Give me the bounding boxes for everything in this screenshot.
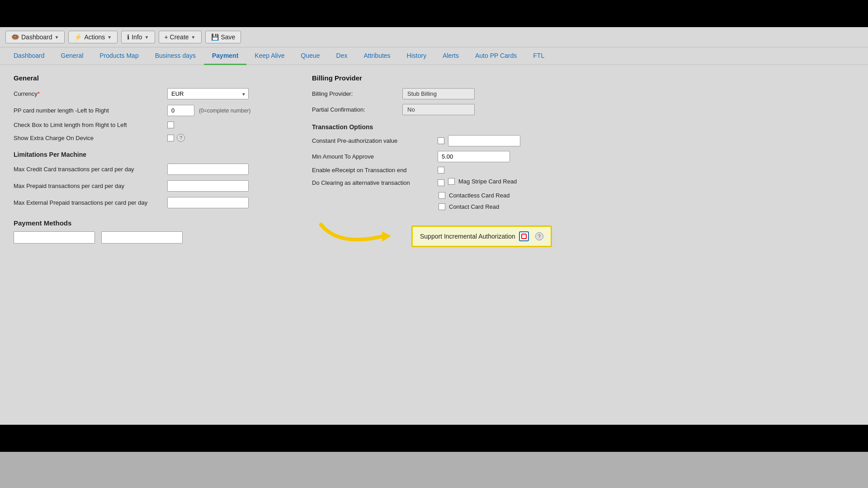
ereceipt-checkbox[interactable] [438, 167, 444, 174]
info-chevron-icon: ▼ [145, 35, 149, 40]
checkbox-limit-input[interactable] [167, 122, 174, 128]
svg-marker-0 [382, 231, 391, 242]
toolbar: 🍩 Dashboard ▼ ⚡ Actions ▼ ℹ Info ▼ + Cre… [0, 27, 868, 47]
arrow-annotation [312, 216, 402, 253]
contact-row: Contact Card Read [439, 203, 854, 210]
actions-chevron-icon: ▼ [107, 35, 112, 40]
max-external-row: Max External Prepaid transactions per ca… [14, 197, 294, 208]
constant-pre-row: Constant Pre-authorization value [312, 135, 854, 146]
right-panel: Billing Provider Billing Provider: Stub … [312, 74, 854, 443]
contact-checkbox[interactable] [439, 203, 445, 210]
tab-auto-pp-cards[interactable]: Auto PP Cards [467, 47, 525, 65]
mag-stripe-checkbox[interactable] [448, 178, 455, 185]
tab-alerts[interactable]: Alerts [434, 47, 467, 65]
payment-method-input-2[interactable] [101, 231, 183, 244]
tab-history[interactable]: History [399, 47, 435, 65]
bottom-black-bar [0, 425, 868, 452]
max-prepaid-row: Max Prepaid transactions per card per da… [14, 180, 294, 192]
incremental-auth-label: Support Incremental Authorization [420, 233, 515, 240]
left-panel: General Currency* EUR USD ▼ PP card numb… [14, 74, 294, 443]
incremental-auth-checkbox-inner [521, 234, 527, 239]
tab-ftl[interactable]: FTL [525, 47, 552, 65]
limitations-title: Limitations Per Machine [14, 151, 294, 158]
pp-card-hint: (0=complete number) [199, 108, 250, 114]
clearing-label: Do Clearing as alternative transaction [312, 179, 434, 186]
lightning-icon: ⚡ [74, 33, 82, 41]
clearing-row: Do Clearing as alternative transaction M… [312, 178, 854, 188]
pp-card-row: PP card number length -Left to Right (0=… [14, 105, 294, 116]
max-credit-label: Max Credit Card transactions per card pe… [14, 166, 167, 173]
payment-method-input-1[interactable] [14, 231, 95, 244]
arrow-svg [312, 216, 402, 252]
max-prepaid-input[interactable] [167, 180, 249, 192]
billing-provider-value: Stub Billing [402, 88, 475, 99]
contact-label: Contact Card Read [449, 203, 499, 210]
tab-payment[interactable]: Payment [204, 47, 246, 65]
dashboard-label: Dashboard [21, 33, 52, 41]
top-black-bar [0, 0, 868, 27]
actions-label: Actions [84, 33, 105, 41]
general-section-title: General [14, 74, 294, 82]
checkbox-limit-row: Check Box to Limit length from Right to … [14, 122, 294, 128]
tab-keep-alive[interactable]: Keep Alive [246, 47, 292, 65]
currency-select-wrapper: EUR USD ▼ [167, 88, 249, 99]
max-external-input[interactable] [167, 197, 249, 208]
checkbox-limit-label: Check Box to Limit length from Right to … [14, 122, 167, 128]
show-extra-help-icon[interactable]: ? [177, 134, 185, 142]
currency-label: Currency* [14, 90, 167, 97]
min-amount-input[interactable] [438, 151, 510, 162]
show-extra-row: Show Extra Charge On Device ? [14, 134, 294, 142]
tab-products-map[interactable]: Products Map [91, 47, 146, 65]
max-credit-input[interactable] [167, 164, 249, 175]
info-icon: ℹ [127, 33, 129, 41]
show-extra-checkbox[interactable] [167, 135, 174, 141]
partial-confirmation-label: Partial Confirmation: [312, 106, 402, 113]
constant-pre-input[interactable] [448, 135, 520, 146]
max-external-label: Max External Prepaid transactions per ca… [14, 199, 167, 206]
clearing-checkbox[interactable] [438, 179, 444, 186]
contactless-label: Contactless Card Read [449, 192, 509, 199]
actions-button[interactable]: ⚡ Actions ▼ [68, 31, 118, 43]
show-extra-label: Show Extra Charge On Device [14, 135, 167, 141]
create-chevron-icon: ▼ [191, 35, 196, 40]
constant-pre-label: Constant Pre-authorization value [312, 137, 434, 144]
min-amount-label: Min Amount To Approve [312, 153, 434, 160]
incremental-auth-checkbox[interactable] [519, 231, 529, 241]
main-content: General Currency* EUR USD ▼ PP card numb… [0, 65, 868, 452]
mag-stripe-row: Mag Stripe Card Read [448, 178, 517, 185]
dashboard-chevron-icon: ▼ [55, 35, 59, 40]
transaction-title: Transaction Options [312, 123, 854, 131]
tab-business-days[interactable]: Business days [147, 47, 204, 65]
contactless-checkbox[interactable] [439, 192, 445, 199]
create-button[interactable]: + Create ▼ [159, 31, 202, 43]
tab-queue[interactable]: Queue [293, 47, 328, 65]
payment-methods-title: Payment Methods [14, 219, 294, 227]
billing-provider-row: Billing Provider: Stub Billing [312, 88, 854, 99]
billing-provider-label: Billing Provider: [312, 90, 402, 97]
ereceipt-row: Enable eReceipt on Transaction end [312, 167, 854, 174]
ereceipt-label: Enable eReceipt on Transaction end [312, 167, 434, 174]
tab-attributes[interactable]: Attributes [355, 47, 398, 65]
dashboard-button[interactable]: 🍩 Dashboard ▼ [5, 31, 65, 43]
info-button[interactable]: ℹ Info ▼ [121, 31, 155, 43]
pp-card-input[interactable] [167, 105, 194, 116]
payment-methods-row [14, 231, 294, 244]
incremental-auth-box: Support Incremental Authorization ? [411, 225, 552, 247]
info-label: Info [132, 33, 142, 41]
partial-confirmation-row: Partial Confirmation: No [312, 104, 854, 115]
max-prepaid-label: Max Prepaid transactions per card per da… [14, 183, 167, 189]
constant-pre-checkbox[interactable] [438, 137, 444, 144]
dashboard-icon: 🍩 [11, 33, 19, 41]
tab-dashboard[interactable]: Dashboard [5, 47, 53, 65]
mag-stripe-label: Mag Stripe Card Read [458, 178, 517, 185]
card-read-group: Mag Stripe Card Read [448, 178, 517, 188]
partial-confirmation-value: No [402, 104, 475, 115]
currency-select[interactable]: EUR USD [167, 88, 249, 99]
tab-dex[interactable]: Dex [328, 47, 356, 65]
incremental-auth-help-icon[interactable]: ? [535, 232, 543, 240]
tab-general[interactable]: General [53, 47, 92, 65]
save-button[interactable]: 💾 Save [205, 31, 241, 43]
billing-title: Billing Provider [312, 74, 854, 82]
nav-tabs: Dashboard General Products Map Business … [0, 47, 868, 65]
contactless-row: Contactless Card Read [439, 192, 854, 199]
